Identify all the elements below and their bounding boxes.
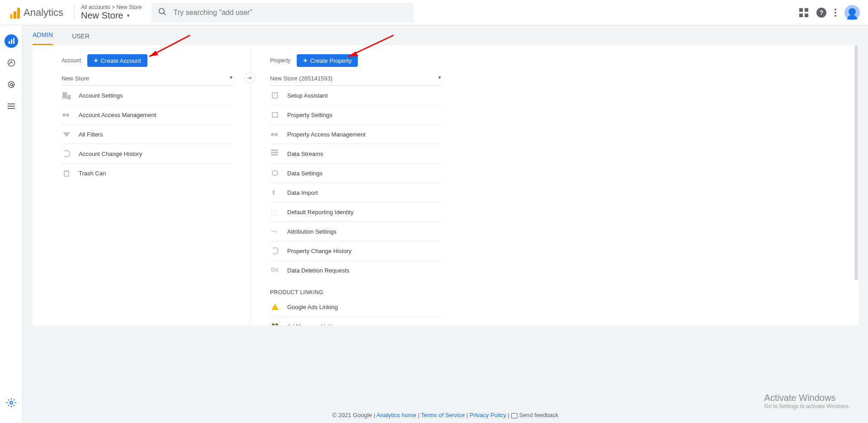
item-label: Account Settings bbox=[79, 92, 123, 99]
app-header: Analytics All accounts > New Store New S… bbox=[0, 0, 868, 25]
funnel-icon bbox=[62, 132, 71, 137]
account-settings-list: Account SettingsAccount Access Managemen… bbox=[62, 86, 233, 183]
nav-explore-icon[interactable] bbox=[5, 56, 18, 70]
list-item[interactable]: Google Ads Linking bbox=[270, 297, 442, 317]
footer-tos-link[interactable]: Terms of Service bbox=[421, 412, 465, 418]
item-label: Default Reporting Identity bbox=[287, 209, 354, 216]
account-picker[interactable]: All accounts > New Store New Store ▼ bbox=[81, 4, 142, 21]
list-item[interactable]: Attribution Settings bbox=[270, 222, 442, 241]
list-item[interactable]: Property Access Management bbox=[270, 125, 442, 144]
property-label: Property bbox=[270, 57, 290, 64]
scrollbar[interactable] bbox=[854, 45, 858, 325]
list-item[interactable]: Setup Assistant bbox=[270, 86, 442, 105]
property-column: Property + Create Property New Store (28… bbox=[250, 45, 456, 325]
list-item[interactable]: Data Streams bbox=[270, 144, 442, 164]
logo-block[interactable]: Analytics bbox=[5, 7, 68, 19]
list-item[interactable]: Account Access Management bbox=[62, 105, 233, 125]
svg-rect-3 bbox=[11, 39, 12, 44]
account-selector[interactable]: New Store ▼ bbox=[62, 73, 233, 86]
tab-bar: ADMIN USER bbox=[23, 25, 868, 45]
list-item[interactable]: All Filters bbox=[62, 125, 233, 144]
svg-rect-2 bbox=[9, 41, 10, 44]
help-icon[interactable]: ? bbox=[816, 8, 826, 18]
feedback-icon bbox=[511, 413, 517, 418]
account-column: Account + Create Account New Store ▼ Acc… bbox=[33, 45, 250, 325]
list-item[interactable]: Property Settings bbox=[270, 105, 442, 125]
upload-icon bbox=[270, 188, 280, 197]
property-selected: New Store (285141593) bbox=[270, 75, 332, 82]
svg-point-5 bbox=[8, 60, 14, 66]
chevron-down-icon: ▼ bbox=[126, 13, 130, 18]
list-item[interactable]: Default Reporting Identity bbox=[270, 202, 442, 222]
item-label: Ad Manager Linking bbox=[287, 323, 340, 325]
plus-icon: + bbox=[303, 56, 307, 65]
list-item[interactable]: Property Change History bbox=[270, 241, 442, 261]
avatar[interactable] bbox=[844, 5, 860, 20]
product-name: Analytics bbox=[24, 7, 63, 19]
list-item[interactable]: DdData Deletion Requests bbox=[270, 261, 442, 280]
divider bbox=[74, 5, 75, 20]
svg-rect-8 bbox=[8, 103, 15, 104]
group-icon bbox=[270, 130, 280, 138]
tab-user[interactable]: USER bbox=[72, 27, 90, 45]
footer-feedback[interactable]: Send feedback bbox=[519, 412, 559, 418]
create-property-label: Create Property bbox=[310, 57, 352, 64]
svg-rect-9 bbox=[8, 106, 15, 107]
item-label: Google Ads Linking bbox=[287, 304, 338, 310]
breadcrumb: All accounts > New Store bbox=[81, 4, 142, 10]
admin-gear-icon[interactable] bbox=[5, 396, 18, 409]
list-item[interactable]: Account Change History bbox=[62, 144, 233, 164]
item-label: Data Streams bbox=[287, 150, 323, 157]
svg-rect-4 bbox=[13, 38, 14, 44]
create-property-button[interactable]: + Create Property bbox=[297, 54, 358, 67]
item-label: Trash Can bbox=[79, 170, 106, 177]
history-icon bbox=[270, 247, 280, 254]
stream-icon bbox=[270, 150, 280, 158]
group-icon bbox=[62, 111, 71, 119]
analytics-logo-icon bbox=[10, 7, 20, 19]
list-item[interactable]: Data Import bbox=[270, 183, 442, 202]
collapse-button[interactable]: ➔ bbox=[244, 72, 255, 83]
list-item[interactable]: Trash Can bbox=[62, 164, 233, 183]
property-selector[interactable]: New Store (285141593) ▼ bbox=[270, 73, 442, 86]
footer-home-link[interactable]: Analytics home bbox=[376, 412, 416, 418]
header-actions: ? bbox=[799, 5, 863, 20]
account-label: Account bbox=[62, 57, 81, 64]
main-content: ADMIN USER Account + Create Account New … bbox=[23, 25, 868, 423]
svg-rect-10 bbox=[8, 108, 15, 109]
ads-icon bbox=[270, 304, 280, 310]
more-menu-icon[interactable] bbox=[835, 9, 836, 17]
account-selected: New Store bbox=[62, 75, 89, 82]
account-name: New Store bbox=[81, 10, 123, 21]
check-icon bbox=[270, 92, 280, 99]
nav-advertising-icon[interactable] bbox=[5, 78, 18, 91]
item-label: Account Access Management bbox=[79, 112, 156, 118]
create-account-button[interactable]: + Create Account bbox=[87, 54, 147, 67]
list-item[interactable]: Data Settings bbox=[270, 164, 442, 183]
history-icon bbox=[62, 150, 71, 157]
apps-icon[interactable] bbox=[799, 8, 808, 17]
tab-admin[interactable]: ADMIN bbox=[33, 26, 53, 45]
am-icon bbox=[270, 324, 280, 326]
item-label: Property Access Management bbox=[287, 131, 365, 138]
nav-reports-icon[interactable] bbox=[5, 34, 18, 48]
search-bar[interactable] bbox=[152, 3, 414, 23]
list-item[interactable]: Account Settings bbox=[62, 86, 233, 105]
plus-icon: + bbox=[94, 56, 98, 65]
item-label: Account Change History bbox=[79, 150, 142, 157]
id-icon bbox=[270, 208, 280, 216]
nav-configure-icon[interactable] bbox=[5, 99, 18, 113]
item-label: Attribution Settings bbox=[287, 228, 337, 235]
footer-privacy-link[interactable]: Privacy Policy bbox=[470, 412, 506, 418]
product-linking-header: PRODUCT LINKING bbox=[270, 289, 442, 296]
item-label: Data Settings bbox=[287, 170, 323, 177]
item-label: All Filters bbox=[79, 131, 103, 138]
create-account-label: Create Account bbox=[101, 57, 141, 64]
search-input[interactable] bbox=[173, 9, 408, 17]
svg-point-0 bbox=[159, 8, 165, 14]
prop-icon bbox=[270, 112, 280, 118]
item-label: Property Settings bbox=[287, 112, 332, 118]
admin-panel: Account + Create Account New Store ▼ Acc… bbox=[33, 45, 859, 325]
list-item[interactable]: Ad Manager Linking bbox=[270, 317, 442, 325]
svg-line-1 bbox=[164, 13, 166, 15]
